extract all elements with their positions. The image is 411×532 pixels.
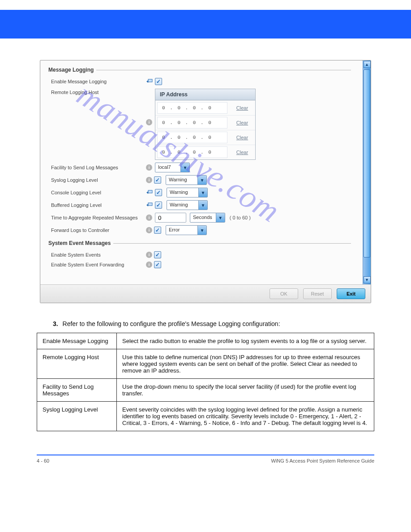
dropdown-syslog-level[interactable]: Warning ▼ <box>166 175 207 185</box>
dropdown-value: Error <box>166 226 197 235</box>
footer-page-number: 4 - 60 <box>37 458 49 463</box>
info-icon[interactable]: i <box>146 119 152 125</box>
table-row: Facility to Send Log Messages Use the dr… <box>37 379 374 402</box>
chevron-down-icon: ▼ <box>198 188 207 197</box>
info-icon[interactable]: i <box>146 252 152 258</box>
ip-input[interactable]: 0 . 0 . 0 . 0 <box>157 132 227 143</box>
info-icon[interactable]: i <box>146 215 152 221</box>
range-hint: ( 0 to 60 ) <box>230 215 251 220</box>
footer-rule <box>37 455 374 455</box>
info-icon[interactable]: i <box>146 262 152 268</box>
chevron-down-icon: ▼ <box>197 226 206 235</box>
ip-input[interactable]: 0 . 0 . 0 . 0 <box>157 102 227 114</box>
clear-link[interactable]: Clear <box>229 117 255 128</box>
row-enable-system-event-forwarding: Enable System Event Forwarding i ✓ <box>48 260 355 270</box>
ref-term: Remote Logging Host <box>37 349 117 379</box>
ip-row: 0 . 0 . 0 . 0 Clear <box>155 145 255 159</box>
settings-panel: Message Logging Enable Message Logging ✓… <box>40 60 371 303</box>
page-header-bar <box>0 10 411 39</box>
exit-button[interactable]: Exit <box>337 288 365 299</box>
dropdown-facility[interactable]: local7 ▼ <box>155 163 190 172</box>
row-console-level: Console Logging Level ✓ Warning ▼ <box>48 186 355 199</box>
scroll-up-icon[interactable]: ▲ <box>364 61 371 68</box>
label-console-level: Console Logging Level <box>48 190 146 195</box>
scrollbar-thumb[interactable] <box>364 69 370 257</box>
row-facility: Facility to Send Log Messages i local7 ▼ <box>48 161 355 174</box>
clear-link[interactable]: Clear <box>229 132 255 143</box>
dropdown-forward-controller[interactable]: Error ▼ <box>166 225 207 235</box>
label-facility: Facility to Send Log Messages <box>48 165 146 170</box>
svg-rect-2 <box>148 203 152 206</box>
scroll-down-icon[interactable]: ▼ <box>364 276 371 283</box>
ref-desc: Use this table to define numerical (non … <box>117 349 374 379</box>
checkbox-forward-controller[interactable]: ✓ <box>154 227 161 234</box>
label-forward-controller: Forward Logs to Controller <box>48 227 146 233</box>
page-footer: 4 - 60 WiNG 5 Access Point System Refere… <box>37 458 374 463</box>
dropdown-value: Warning <box>167 188 198 197</box>
row-enable-system-events: Enable System Events i ✓ <box>48 250 355 260</box>
ip-input[interactable]: 0 . 0 . 0 . 0 <box>157 146 227 158</box>
step-text: Refer to the following to configure the … <box>63 320 280 327</box>
dropdown-console-level[interactable]: Warning ▼ <box>167 188 208 197</box>
footer-doc-title: WiNG 5 Access Point System Reference Gui… <box>271 458 374 463</box>
apply-to-devices-icon[interactable] <box>146 189 153 196</box>
info-icon[interactable]: i <box>146 164 152 171</box>
ref-term: Facility to Send Log Messages <box>37 379 117 402</box>
reference-table: Enable Message Logging Select the radio … <box>37 333 374 431</box>
table-row: Enable Message Logging Select the radio … <box>37 333 374 349</box>
dropdown-aggregate-unit[interactable]: Seconds ▼ <box>190 213 225 223</box>
dropdown-value: Warning <box>166 176 197 184</box>
ip-row: 0 . 0 . 0 . 0 Clear <box>155 130 255 145</box>
dropdown-value: local7 <box>155 163 180 172</box>
info-icon[interactable]: i <box>146 227 152 233</box>
vertical-scrollbar[interactable]: ▲ ▼ <box>363 60 371 284</box>
ref-term: Syslog Logging Level <box>37 402 117 431</box>
label-enable-message-logging: Enable Message Logging <box>48 79 146 84</box>
doc-step: 3. Refer to the following to configure t… <box>53 320 357 327</box>
apply-to-devices-icon[interactable] <box>146 202 153 208</box>
row-enable-message-logging: Enable Message Logging ✓ <box>48 77 355 86</box>
dropdown-value: Warning <box>167 201 198 210</box>
apply-to-devices-icon[interactable] <box>146 78 153 85</box>
chevron-down-icon: ▼ <box>180 163 189 172</box>
clear-link[interactable]: Clear <box>229 103 255 113</box>
row-buffered-level: Buffered Logging Level ✓ Warning ▼ <box>48 199 355 211</box>
panel-button-bar: OK Reset Exit <box>40 284 371 303</box>
clear-link[interactable]: Clear <box>229 147 255 158</box>
checkbox-enable-system-event-forwarding[interactable]: ✓ <box>154 261 161 268</box>
row-aggregate-time: Time to Aggregate Repeated Messages i Se… <box>48 211 355 224</box>
checkbox-console-level[interactable]: ✓ <box>155 189 162 196</box>
checkbox-enable-message-logging[interactable]: ✓ <box>155 78 162 85</box>
dropdown-value: Seconds <box>190 213 216 222</box>
checkbox-buffered-level[interactable]: ✓ <box>155 202 162 209</box>
reset-button[interactable]: Reset <box>303 288 332 299</box>
info-icon[interactable]: i <box>146 177 152 183</box>
label-buffered-level: Buffered Logging Level <box>48 202 146 208</box>
svg-rect-1 <box>148 190 152 193</box>
label-enable-system-events: Enable System Events <box>48 252 146 257</box>
ref-desc: Event severity coincides with the syslog… <box>117 402 374 431</box>
section-message-logging: Message Logging <box>48 67 355 73</box>
ref-desc: Use the drop-down menu to specify the lo… <box>117 379 374 402</box>
ref-desc: Select the radio button to enable the pr… <box>117 333 374 349</box>
section-system-event-messages: System Event Messages <box>48 240 355 246</box>
label-aggregate-time: Time to Aggregate Repeated Messages <box>48 215 146 220</box>
panel-content: Message Logging Enable Message Logging ✓… <box>40 60 363 284</box>
dropdown-buffered-level[interactable]: Warning ▼ <box>167 200 208 210</box>
panel-scroll-area: Message Logging Enable Message Logging ✓… <box>40 60 371 284</box>
row-remote-logging-host: Remote Logging Host i IP Address 0 . 0 .… <box>48 86 355 161</box>
ref-term: Enable Message Logging <box>37 333 117 349</box>
svg-rect-0 <box>148 79 152 82</box>
row-syslog-level: Syslog Logging Level i ✓ Warning ▼ <box>48 174 355 186</box>
ok-button[interactable]: OK <box>270 288 298 299</box>
checkbox-enable-system-events[interactable]: ✓ <box>154 251 161 258</box>
chevron-down-icon: ▼ <box>198 201 207 210</box>
checkbox-syslog-level[interactable]: ✓ <box>154 176 161 184</box>
label-enable-system-event-forwarding: Enable System Event Forwarding <box>48 262 146 267</box>
label-remote-logging-host: Remote Logging Host <box>48 88 146 95</box>
input-aggregate-time[interactable] <box>155 213 186 223</box>
ip-address-table: IP Address 0 . 0 . 0 . 0 Clear 0 . 0 . 0… <box>155 89 256 160</box>
ip-table-header: IP Address <box>155 89 255 100</box>
chevron-down-icon: ▼ <box>197 176 206 184</box>
ip-input[interactable]: 0 . 0 . 0 . 0 <box>157 117 227 129</box>
